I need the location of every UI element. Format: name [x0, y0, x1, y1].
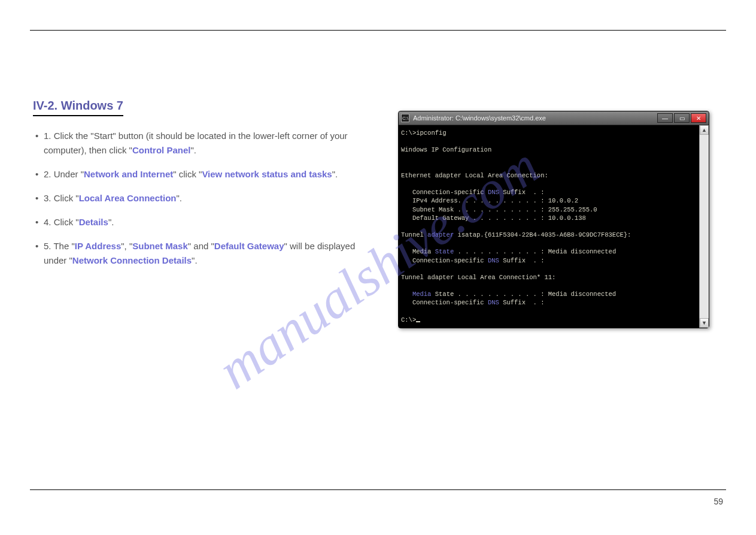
step-1: 1. Click the "Start" button (it should b…	[33, 129, 368, 158]
maximize-button[interactable]: ▭	[674, 113, 690, 123]
console-line: C:\>ipconfig	[401, 129, 447, 137]
console-line: Media	[401, 248, 435, 255]
cursor-icon	[416, 321, 420, 322]
section-heading: IV-2. Windows 7	[33, 99, 123, 116]
text: " click "	[173, 169, 202, 179]
minimize-button[interactable]: —	[657, 113, 673, 123]
window-title: Administrator: C:\windows\system32\cmd.e…	[413, 114, 657, 122]
link-view-network-status: View network status and tasks	[202, 169, 332, 179]
console-line: Connection-specific	[401, 189, 488, 196]
console-line: Ethernet adapter Local Area Connection:	[401, 172, 548, 179]
console-highlight: DNS	[488, 257, 499, 264]
text: 2. Under "	[44, 169, 84, 179]
console-line: Tunnel adapter Local Area Connection* 11…	[401, 274, 555, 281]
console-line: Suffix . :	[499, 299, 545, 306]
text: ".	[192, 255, 198, 265]
console-line: isatap.{611F5304-22B4-4035-A6B8-9C9DC7F8…	[454, 231, 631, 238]
text: 5. The "	[44, 241, 75, 251]
console-highlight: DNS	[488, 189, 499, 196]
console-line: Connection-specific	[401, 257, 488, 264]
text: 4. Click "	[44, 217, 79, 227]
console-highlight: adapter	[427, 231, 454, 238]
text: ".	[108, 217, 114, 227]
label-ip-address: IP Address	[75, 241, 122, 251]
console-line: IPv4 Address. . . . . . . . . . . : 10.0…	[401, 197, 578, 204]
label-default-gateway: Default Gateway	[214, 241, 284, 251]
scroll-down-button[interactable]: ▼	[700, 318, 709, 328]
console-line	[401, 291, 412, 298]
console-highlight: DNS	[488, 299, 499, 306]
console-line: Subnet Mask . . . . . . . . . . . : 255.…	[401, 206, 597, 213]
step-2: 2. Under "Network and Internet" click "V…	[33, 167, 368, 182]
close-button[interactable]: ✕	[691, 113, 706, 123]
console-highlight: Media	[412, 291, 432, 298]
console-line: Connection-specific	[401, 299, 488, 306]
link-local-area-connection: Local Area Connection	[79, 193, 177, 203]
text: ".	[176, 193, 182, 203]
console-line: Windows IP Configuration	[401, 146, 491, 153]
link-network-internet: Network and Internet	[84, 169, 173, 179]
console-line: Tunnel	[401, 231, 427, 238]
text: " and "	[188, 241, 214, 251]
text: 3. Click "	[44, 193, 79, 203]
console-output[interactable]: C:\>ipconfig Windows IP Configuration Et…	[399, 125, 699, 328]
console-highlight: State	[435, 248, 454, 255]
console-line: . . . . . . . . . . . : Media disconnect…	[454, 248, 616, 255]
link-control-panel: Control Panel	[132, 145, 191, 155]
label-subnet-mask: Subnet Mask	[132, 241, 188, 251]
page-number: 59	[714, 497, 723, 506]
label-network-connection-details: Network Connection Details	[72, 255, 192, 265]
text: ", "	[121, 241, 132, 251]
scrollbar[interactable]: ▲ ▼	[699, 125, 709, 328]
instruction-text: 1. Click the "Start" button (it should b…	[33, 129, 368, 277]
console-line: Default Gateway . . . . . . . . . : 10.0…	[401, 214, 586, 222]
step-5: 5. The "IP Address", "Subnet Mask" and "…	[33, 239, 368, 268]
text: ".	[332, 169, 338, 179]
console-line: Suffix . :	[499, 189, 545, 196]
console-wrap: C:\>ipconfig Windows IP Configuration Et…	[399, 125, 709, 328]
scroll-track[interactable]	[700, 135, 709, 318]
link-details: Details	[79, 217, 108, 227]
console-line: C:\>	[401, 316, 416, 324]
step-4: 4. Click "Details".	[33, 215, 368, 229]
window-controls: — ▭ ✕	[657, 113, 706, 123]
titlebar[interactable]: C:\ Administrator: C:\windows\system32\c…	[399, 111, 709, 125]
cmd-window: C:\ Administrator: C:\windows\system32\c…	[398, 111, 709, 328]
scroll-up-button[interactable]: ▲	[700, 125, 709, 135]
app-icon: C:\	[401, 114, 409, 122]
text: ".	[190, 145, 196, 155]
console-line: Suffix . :	[499, 257, 545, 264]
step-3: 3. Click "Local Area Connection".	[33, 191, 368, 205]
console-line: State . . . . . . . . . . . : Media disc…	[431, 291, 616, 298]
